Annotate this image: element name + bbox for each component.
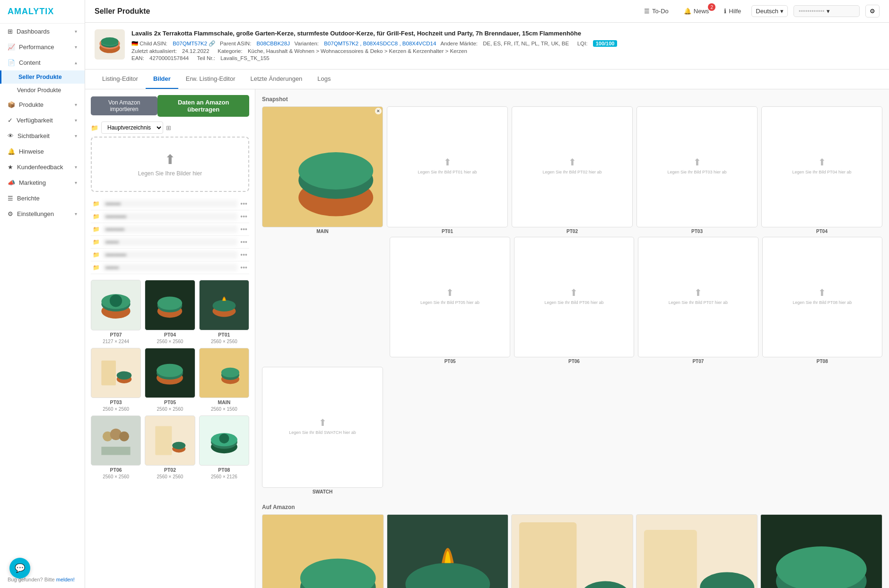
image-thumb-pt05[interactable] — [145, 348, 195, 398]
sidebar-label-performance: Performance — [19, 43, 54, 51]
folder-icon: 📁 — [93, 213, 100, 220]
snapshot-thumb-pt07[interactable]: ⬆ Legen Sie Ihr Bild PT07 hier ab — [638, 237, 758, 357]
tab-bilder[interactable]: Bilder — [146, 69, 178, 89]
chevron-down-icon: ▾ — [75, 29, 77, 34]
amazon-thumb-pt02[interactable] — [511, 514, 633, 588]
snapshot-thumb-main[interactable]: ✕ — [262, 106, 383, 227]
image-thumb-pt04[interactable] — [145, 280, 195, 330]
amazon-thumb-main[interactable] — [262, 514, 384, 588]
settings-icon-button[interactable]: ⚙ — [865, 5, 880, 17]
image-thumb-main[interactable] — [199, 348, 249, 398]
folder-select[interactable]: Hauptverzeichnis — [101, 121, 163, 134]
image-cell-pt05: PT05 2560 × 2560 — [145, 348, 195, 412]
image-cell-pt01: PT01 2560 × 2560 — [199, 280, 249, 344]
sidebar-item-verfuegbarkeit[interactable]: ✓ Verfügbarkeit ▾ — [0, 112, 85, 128]
news-button-wrap: 🔔 News 2 — [679, 5, 714, 17]
chevron-down-icon: ▾ — [75, 211, 77, 216]
image-size: 2560 × 2560 — [103, 474, 129, 479]
image-thumb-pt02[interactable] — [145, 415, 195, 466]
bug-report-link[interactable]: melden! — [56, 577, 75, 582]
sidebar-item-produkte[interactable]: 📦 Produkte ▾ — [0, 97, 85, 112]
file-row: 📁 ••••••• ••• — [91, 261, 249, 274]
snapshot-thumb-pt05[interactable]: ⬆ Legen Sie Ihr Bild PT05 hier ab — [390, 237, 510, 357]
svg-point-4 — [101, 37, 119, 45]
sidebar-item-performance[interactable]: 📈 Performance ▾ — [0, 39, 85, 55]
product-thumbnail — [95, 29, 125, 60]
sidebar-item-marketing[interactable]: 📣 Marketing ▾ — [0, 175, 85, 190]
image-thumb-pt03[interactable] — [91, 348, 141, 398]
content-area: Lavalis 2x Terrakotta Flammschale, große… — [85, 23, 889, 588]
image-thumb-pt08[interactable] — [199, 415, 249, 466]
varianten-link[interactable]: B07QMT57K2 , B08X4SDCC8 , B08X4VCD14 — [324, 41, 436, 46]
import-from-amazon-button[interactable]: Von Amazon importieren — [91, 96, 157, 115]
image-label: PT06 — [110, 467, 122, 473]
tab-letzte-aenderungen[interactable]: Letzte Änderungen — [243, 69, 310, 89]
amazon-thumb-pt04[interactable] — [760, 514, 882, 588]
add-folder-icon[interactable]: ⊞ — [166, 124, 171, 131]
language-selector[interactable]: Deutsch ▾ — [751, 5, 788, 17]
tab-erw-listing-editor[interactable]: Erw. Listing-Editor — [178, 69, 243, 89]
chevron-down-icon: ▾ — [75, 180, 77, 185]
image-thumb-pt06[interactable] — [91, 415, 141, 466]
image-thumb-pt01[interactable] — [199, 280, 249, 330]
transfer-to-amazon-button[interactable]: Daten an Amazon übertragen — [157, 95, 249, 117]
amazon-thumb-pt03[interactable] — [636, 514, 758, 588]
file-row: 📁 •••••••• ••• — [91, 198, 249, 210]
svg-point-8 — [110, 294, 122, 307]
more-options-icon[interactable]: ••• — [240, 238, 247, 246]
image-label: PT04 — [164, 332, 176, 337]
auf-amazon-section: Auf Amazon — [262, 504, 882, 588]
snapshot-thumb-pt03[interactable]: ⬆ Legen Sie Ihr Bild PT03 hier ab — [636, 106, 758, 227]
snapshot-thumb-pt08[interactable]: ⬆ Legen Sie Ihr Bild PT08 hier ab — [762, 237, 882, 357]
more-options-icon[interactable]: ••• — [240, 264, 247, 271]
tab-logs[interactable]: Logs — [310, 69, 338, 89]
sidebar: AMALYTIX ⊞ Dashboards ▾ 📈 Performance ▾ … — [0, 0, 85, 588]
sidebar-label-einstellungen: Einstellungen — [17, 210, 54, 217]
hilfe-button[interactable]: ℹ Hilfe — [719, 5, 746, 17]
box-icon: 📦 — [8, 101, 15, 108]
snapshot-thumb-pt01[interactable]: ⬆ Legen Sie Ihr Bild PT01 hier ab — [387, 106, 508, 227]
chevron-down-icon: ▾ — [827, 8, 830, 15]
more-options-icon[interactable]: ••• — [240, 225, 247, 233]
tab-listing-editor[interactable]: Listing-Editor — [95, 69, 146, 89]
amazon-cell-pt01: PT01 2560 × 2560 — [387, 514, 509, 588]
image-thumb-pt07[interactable] — [91, 280, 141, 330]
sidebar-item-vendor-produkte[interactable]: Vendor Produkte — [0, 84, 85, 97]
sidebar-item-hinweise[interactable]: 🔔 Hinweise — [0, 144, 85, 159]
bell-icon: 🔔 — [684, 8, 691, 15]
snapshot-cell-pt04: ⬆ Legen Sie Ihr Bild PT04 hier ab PT04 — [761, 106, 882, 234]
todo-button[interactable]: ☰ To-Do — [639, 5, 673, 17]
snapshot-cell-pt08: ⬆ Legen Sie Ihr Bild PT08 hier ab PT08 — [762, 237, 882, 363]
more-options-icon[interactable]: ••• — [240, 251, 247, 259]
topbar: Seller Produkte ☰ To-Do 🔔 News 2 ℹ Hilfe… — [85, 0, 889, 23]
sidebar-item-content[interactable]: 📄 Content ▴ — [0, 55, 85, 70]
user-selector[interactable]: •••••••••••• ▾ — [793, 5, 860, 17]
sidebar-item-seller-produkte[interactable]: Seller Produkte — [0, 70, 85, 84]
snapshot-cell-pt05: ⬆ Legen Sie Ihr Bild PT05 hier ab PT05 — [390, 237, 510, 363]
sidebar-item-dashboards[interactable]: ⊞ Dashboards ▾ — [0, 24, 85, 39]
tabs-bar: Listing-Editor Bilder Erw. Listing-Edito… — [85, 69, 889, 89]
amazon-thumb-pt01[interactable] — [387, 514, 509, 588]
parent-asin-link[interactable]: B08CBBK28J — [257, 41, 290, 46]
image-label: MAIN — [218, 399, 230, 405]
more-options-icon[interactable]: ••• — [240, 213, 247, 220]
sidebar-item-einstellungen[interactable]: ⚙ Einstellungen ▾ — [0, 206, 85, 222]
list-icon: ☰ — [8, 195, 13, 202]
snapshot-thumb-pt04[interactable]: ⬆ Legen Sie Ihr Bild PT04 hier ab — [761, 106, 882, 227]
lqi-badge: 100/100 — [593, 40, 618, 47]
upload-zone[interactable]: ⬆ Legen Sie Ihre Bilder hier — [91, 137, 249, 192]
snapshot-thumb-pt06[interactable]: ⬆ Legen Sie Ihr Bild PT06 hier ab — [514, 237, 634, 357]
more-options-icon[interactable]: ••• — [240, 200, 247, 208]
logo-text: AMALYTIX — [8, 7, 54, 16]
settings-icon: ⚙ — [8, 210, 13, 217]
sidebar-item-sichtbarkeit[interactable]: 👁 Sichtbarkeit ▾ — [0, 128, 85, 144]
snapshot-thumb-swatch[interactable]: ⬆ Legen Sie Ihr Bild SWATCH hier ab — [262, 367, 383, 488]
help-icon: ℹ — [724, 8, 726, 15]
chat-widget-button[interactable]: 💬 — [9, 558, 30, 579]
image-size: 2560 × 2560 — [103, 406, 129, 412]
sidebar-item-kundenfeedback[interactable]: ★ Kundenfeedback ▾ — [0, 159, 85, 175]
chevron-down-icon: ▾ — [75, 118, 77, 123]
snapshot-thumb-pt02[interactable]: ⬆ Legen Sie Ihr Bild PT02 hier ab — [512, 106, 633, 227]
child-asin-link[interactable]: B07QMT57K2 — [173, 41, 207, 46]
sidebar-item-berichte[interactable]: ☰ Berichte — [0, 190, 85, 206]
